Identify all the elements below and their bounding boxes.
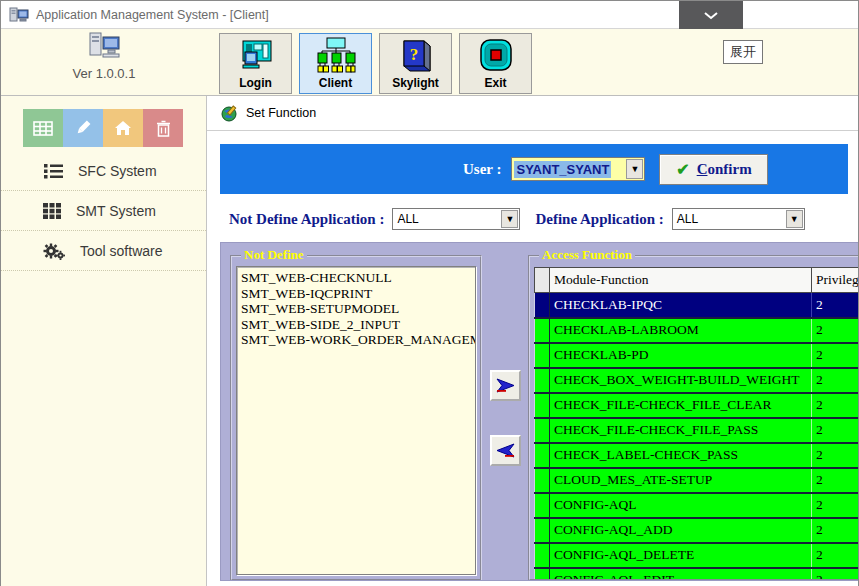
privilege-cell[interactable]: 2 <box>812 293 859 318</box>
table-row[interactable]: CONFIG-AQL_EDIT2 <box>535 568 859 580</box>
login-button-label: Login <box>239 76 272 90</box>
row-selector-cell[interactable] <box>535 443 550 468</box>
row-selector-cell[interactable] <box>535 343 550 368</box>
module-function-cell[interactable]: CONFIG-AQL_ADD <box>550 518 812 543</box>
module-function-cell[interactable]: CONFIG-AQL_EDIT <box>550 568 812 580</box>
table-row[interactable]: CONFIG-AQL_ADD2 <box>535 518 859 543</box>
combo-arrow-icon[interactable]: ▼ <box>501 210 518 228</box>
table-row[interactable]: CLOUD_MES_ATE-SETUP2 <box>535 468 859 493</box>
module-function-cell[interactable]: CHECK_FILE-CHECK_FILE_CLEAR <box>550 393 812 418</box>
module-function-cell[interactable]: CONFIG-AQL_DELETE <box>550 543 812 568</box>
module-function-cell[interactable]: CHECKLAB-IPQC <box>550 293 812 318</box>
assign-right-button[interactable] <box>490 370 521 401</box>
privilege-cell[interactable]: 2 <box>812 543 859 568</box>
define-application-label: Define Application : <box>535 211 663 228</box>
set-function-icon <box>221 105 238 122</box>
list-item[interactable]: SMT_WEB-CHECKNULL <box>241 270 475 286</box>
sidebar-item-sfc-system[interactable]: SFC System <box>1 151 206 191</box>
list-item[interactable]: SMT_WEB-IQCPRINT <box>241 286 475 302</box>
version-text: Ver 1.0.0.1 <box>1 66 207 81</box>
privilege-cell[interactable]: 2 <box>812 393 859 418</box>
list-item[interactable]: SMT_WEB-SIDE_2_INPUT <box>241 317 475 333</box>
module-function-cell[interactable]: CHECK_BOX_WEIGHT-BUILD_WEIGHT <box>550 368 812 393</box>
module-function-cell[interactable]: CLOUD_MES_ATE-SETUP <box>550 468 812 493</box>
combo-arrow-icon[interactable]: ▼ <box>626 159 643 179</box>
list-item[interactable]: SMT_WEB-WORK_ORDER_MANAGEMENT <box>241 332 475 348</box>
app-window: Application Management System - [Client]… <box>0 0 859 586</box>
row-selector-cell[interactable] <box>535 368 550 393</box>
table-row[interactable]: CHECKLAB-IPQC2 <box>535 293 859 318</box>
table-row[interactable]: CHECKLAB-LABROOM2 <box>535 318 859 343</box>
module-function-cell[interactable]: CHECK_FILE-CHECK_FILE_PASS <box>550 418 812 443</box>
table-row[interactable]: CHECK_BOX_WEIGHT-BUILD_WEIGHT2 <box>535 368 859 393</box>
privilege-cell[interactable]: 2 <box>812 318 859 343</box>
version-block: Ver 1.0.0.1 <box>1 31 207 81</box>
expand-button[interactable]: 展开 <box>723 40 763 64</box>
privilege-cell[interactable]: 2 <box>812 368 859 393</box>
module-function-cell[interactable]: CHECK_LABEL-CHECK_PASS <box>550 443 812 468</box>
row-selector-cell[interactable] <box>535 468 550 493</box>
user-combobox[interactable]: SYANT_SYANT ▼ <box>511 157 645 181</box>
module-function-cell[interactable]: CHECKLAB-PD <box>550 343 812 368</box>
row-selector-cell[interactable] <box>535 318 550 343</box>
row-selector-cell[interactable] <box>535 543 550 568</box>
table-row[interactable]: CHECK_LABEL-CHECK_PASS2 <box>535 443 859 468</box>
table-action-button[interactable] <box>23 109 63 147</box>
confirm-button[interactable]: ✔ Confirm <box>659 154 768 185</box>
privilege-column-header[interactable]: Privilege <box>812 268 859 293</box>
not-define-groupbox: Not Define SMT_WEB-CHECKNULLSMT_WEB-IQCP… <box>230 255 482 581</box>
function-assignment-panel: Not Define SMT_WEB-CHECKNULLSMT_WEB-IQCP… <box>220 242 858 581</box>
list-item[interactable]: SMT_WEB-SETUPMODEL <box>241 301 475 317</box>
grid-body: CHECKLAB-IPQC2CHECKLAB-LABROOM2CHECKLAB-… <box>535 293 859 580</box>
module-function-cell[interactable]: CONFIG-AQL <box>550 493 812 518</box>
home-action-button[interactable] <box>103 109 143 147</box>
define-application-combobox[interactable]: ALL ▼ <box>672 208 805 230</box>
panel-title-bar: Set Function <box>207 96 858 131</box>
row-selector-cell[interactable] <box>535 393 550 418</box>
exit-button[interactable]: Exit <box>459 33 532 94</box>
not-define-application-combobox[interactable]: ALL ▼ <box>392 208 520 230</box>
row-selector-cell[interactable] <box>535 418 550 443</box>
privilege-cell[interactable]: 2 <box>812 443 859 468</box>
combo-arrow-icon[interactable]: ▼ <box>786 210 803 228</box>
window-title: Application Management System - [Client] <box>36 8 269 22</box>
row-selector-cell[interactable] <box>535 568 550 580</box>
toolbar: Login <box>219 33 532 94</box>
trash-icon <box>156 120 171 137</box>
privilege-cell[interactable]: 2 <box>812 518 859 543</box>
privilege-cell[interactable]: 2 <box>812 418 859 443</box>
table-row[interactable]: CHECK_FILE-CHECK_FILE_CLEAR2 <box>535 393 859 418</box>
sidebar-item-tool-software[interactable]: Tool software <box>1 231 206 271</box>
collapse-chevron-button[interactable] <box>679 1 743 29</box>
row-selector-cell[interactable] <box>535 493 550 518</box>
table-row[interactable]: CHECKLAB-PD2 <box>535 343 859 368</box>
remove-left-button[interactable] <box>490 435 521 466</box>
sidebar-item-label: SMT System <box>76 203 156 219</box>
skylight-button[interactable]: ? Skylight <box>379 33 452 94</box>
module-function-column-header[interactable]: Module-Function <box>550 268 812 293</box>
client-button[interactable]: Client <box>299 33 372 94</box>
sidebar: SFC System SMT System <box>1 96 207 586</box>
row-selector-cell[interactable] <box>535 293 550 318</box>
login-computer-icon <box>237 34 275 76</box>
exit-button-label: Exit <box>484 76 506 90</box>
arrow-left-icon <box>495 443 516 458</box>
privilege-cell[interactable]: 2 <box>812 468 859 493</box>
row-selector-cell[interactable] <box>535 518 550 543</box>
login-button[interactable]: Login <box>219 33 292 94</box>
confirm-button-label: Confirm <box>697 161 752 178</box>
sidebar-item-smt-system[interactable]: SMT System <box>1 191 206 231</box>
privilege-cell[interactable]: 2 <box>812 493 859 518</box>
table-row[interactable]: CONFIG-AQL2 <box>535 493 859 518</box>
delete-action-button[interactable] <box>143 109 183 147</box>
chevron-down-icon <box>703 11 719 20</box>
content: SFC System SMT System <box>1 96 858 586</box>
table-row[interactable]: CHECK_FILE-CHECK_FILE_PASS2 <box>535 418 859 443</box>
table-row[interactable]: CONFIG-AQL_DELETE2 <box>535 543 859 568</box>
not-define-listbox[interactable]: SMT_WEB-CHECKNULLSMT_WEB-IQCPRINTSMT_WEB… <box>236 266 476 575</box>
privilege-cell[interactable]: 2 <box>812 568 859 580</box>
module-function-cell[interactable]: CHECKLAB-LABROOM <box>550 318 812 343</box>
edit-action-button[interactable] <box>63 109 103 147</box>
checkmark-icon: ✔ <box>676 160 689 179</box>
privilege-cell[interactable]: 2 <box>812 343 859 368</box>
